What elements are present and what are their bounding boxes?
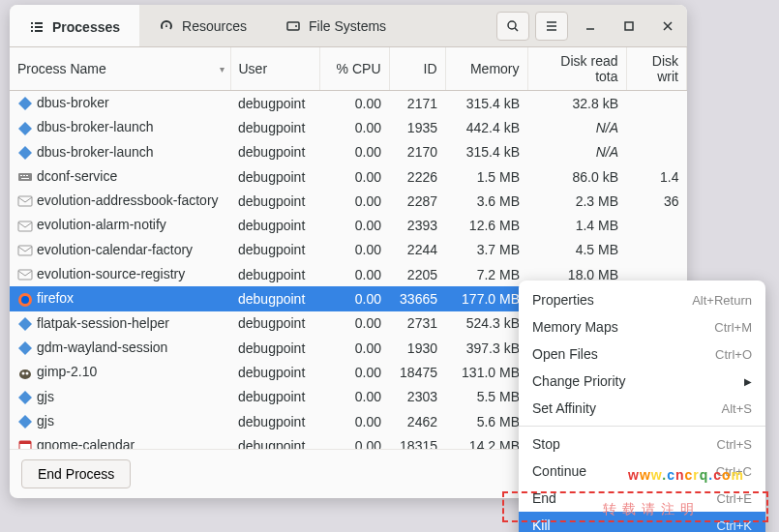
diamond-icon bbox=[17, 121, 33, 136]
svg-point-16 bbox=[22, 371, 25, 374]
svg-rect-4 bbox=[18, 173, 32, 181]
table-row[interactable]: evolution-alarm-notifydebugpoint0.002393… bbox=[10, 213, 687, 237]
cell-memory: 131.0 MB bbox=[445, 360, 527, 384]
col-disk-write[interactable]: Disk writ bbox=[626, 47, 687, 91]
cell-cpu: 0.00 bbox=[319, 213, 389, 237]
col-process-name[interactable]: Process Name▾ bbox=[10, 47, 230, 91]
cell-cpu: 0.00 bbox=[319, 238, 389, 262]
tab-processes[interactable]: Processes bbox=[10, 5, 139, 46]
cell-name: gimp-2.10 bbox=[10, 360, 230, 384]
cell-id: 2171 bbox=[389, 91, 445, 116]
diamond-icon bbox=[17, 414, 33, 429]
cell-memory: 3.6 MB bbox=[445, 189, 527, 213]
tab-resources[interactable]: Resources bbox=[139, 5, 266, 46]
cell-memory: 442.4 kB bbox=[445, 115, 527, 139]
cell-memory: 14.2 MB bbox=[445, 433, 527, 449]
cell-user: debugpoint bbox=[230, 91, 319, 116]
svg-point-15 bbox=[19, 369, 31, 379]
cell-memory: 177.0 MB bbox=[445, 286, 527, 310]
watermark-text-2: 转载请注明 bbox=[603, 501, 700, 518]
cell-user: debugpoint bbox=[230, 311, 319, 336]
diamond-icon bbox=[17, 390, 33, 405]
search-button[interactable] bbox=[496, 12, 529, 41]
cell-name: gjs bbox=[10, 385, 230, 409]
cell-cpu: 0.00 bbox=[319, 360, 389, 384]
cell-name: dbus-broker-launch bbox=[10, 115, 230, 139]
cell-disk-read: N/A bbox=[527, 140, 626, 164]
col-memory[interactable]: Memory bbox=[445, 47, 527, 91]
table-row[interactable]: evolution-addressbook-factorydebugpoint0… bbox=[10, 189, 687, 213]
svg-rect-0 bbox=[287, 22, 299, 30]
cell-name: gdm-wayland-session bbox=[10, 336, 230, 360]
cell-user: debugpoint bbox=[230, 360, 319, 384]
svg-rect-8 bbox=[21, 178, 29, 179]
svg-point-14 bbox=[21, 296, 29, 304]
disk-icon bbox=[285, 18, 301, 34]
col-disk-read[interactable]: Disk read tota bbox=[527, 47, 626, 91]
cell-cpu: 0.00 bbox=[319, 311, 389, 336]
cell-user: debugpoint bbox=[230, 115, 319, 139]
col-user[interactable]: User bbox=[230, 47, 319, 91]
cell-memory: 5.6 MB bbox=[445, 409, 527, 433]
menu-properties[interactable]: PropertiesAlt+Return bbox=[519, 286, 765, 313]
table-row[interactable]: dconf-servicedebugpoint0.0022261.5 MB86.… bbox=[10, 164, 687, 189]
cell-user: debugpoint bbox=[230, 409, 319, 433]
cell-name: gnome-calendar bbox=[10, 433, 230, 449]
menu-memory-maps[interactable]: Memory MapsCtrl+M bbox=[519, 313, 765, 340]
cell-id: 2226 bbox=[389, 164, 445, 189]
maximize-button[interactable] bbox=[613, 12, 645, 41]
cell-cpu: 0.00 bbox=[319, 115, 389, 139]
svg-rect-6 bbox=[23, 175, 25, 176]
svg-rect-19 bbox=[19, 441, 31, 444]
menu-open-files[interactable]: Open FilesCtrl+O bbox=[519, 340, 765, 368]
menu-stop[interactable]: StopCtrl+S bbox=[519, 430, 765, 458]
cell-cpu: 0.00 bbox=[319, 336, 389, 360]
menu-set-affinity[interactable]: Set AffinityAlt+S bbox=[519, 395, 765, 422]
cell-name: firefox bbox=[10, 286, 230, 310]
menu-change-priority[interactable]: Change Priority▶ bbox=[519, 368, 765, 395]
col-cpu[interactable]: % CPU bbox=[319, 47, 389, 91]
tab-label: Resources bbox=[182, 18, 247, 34]
tab-label: Processes bbox=[52, 19, 120, 35]
end-process-button[interactable]: End Process bbox=[21, 459, 131, 488]
chevron-right-icon: ▶ bbox=[744, 376, 752, 387]
cell-cpu: 0.00 bbox=[319, 164, 389, 189]
cell-disk-read: 2.3 MB bbox=[527, 189, 626, 213]
cell-name: evolution-alarm-notify bbox=[10, 213, 230, 237]
cell-id: 1930 bbox=[389, 336, 445, 360]
menu-button[interactable] bbox=[535, 12, 568, 41]
col-id[interactable]: ID bbox=[389, 47, 445, 91]
cell-disk-write bbox=[626, 91, 687, 116]
table-row[interactable]: dbus-brokerdebugpoint0.002171315.4 kB32.… bbox=[10, 91, 687, 116]
titlebar: Processes Resources File Systems bbox=[10, 5, 687, 47]
list-icon bbox=[29, 19, 45, 35]
minimize-button[interactable] bbox=[574, 12, 607, 41]
cell-name: dconf-service bbox=[10, 164, 230, 189]
cell-cpu: 0.00 bbox=[319, 409, 389, 433]
diamond-icon bbox=[17, 96, 33, 111]
cell-id: 33665 bbox=[389, 286, 445, 310]
cell-id: 2205 bbox=[389, 262, 445, 286]
cell-disk-write bbox=[626, 115, 687, 139]
close-button[interactable] bbox=[651, 12, 684, 41]
svg-point-17 bbox=[26, 371, 29, 374]
table-row[interactable]: dbus-broker-launchdebugpoint0.002170315.… bbox=[10, 140, 687, 164]
tab-filesystems[interactable]: File Systems bbox=[266, 5, 405, 46]
minimize-icon bbox=[584, 20, 596, 32]
cell-cpu: 0.00 bbox=[319, 140, 389, 164]
cell-name: dbus-broker bbox=[10, 91, 230, 116]
table-row[interactable]: evolution-calendar-factorydebugpoint0.00… bbox=[10, 238, 687, 262]
svg-rect-5 bbox=[20, 175, 22, 176]
cell-disk-write: 36 bbox=[626, 189, 687, 213]
svg-rect-7 bbox=[26, 175, 28, 176]
cell-id: 2244 bbox=[389, 238, 445, 262]
cell-memory: 397.3 kB bbox=[445, 336, 527, 360]
cell-user: debugpoint bbox=[230, 262, 319, 286]
table-row[interactable]: dbus-broker-launchdebugpoint0.001935442.… bbox=[10, 115, 687, 139]
close-icon bbox=[662, 20, 674, 32]
cell-disk-read: 4.5 MB bbox=[527, 238, 626, 262]
cell-name: evolution-addressbook-factory bbox=[10, 189, 230, 213]
envelope-icon bbox=[17, 267, 33, 282]
cell-memory: 12.6 MB bbox=[445, 213, 527, 237]
diamond-icon bbox=[17, 340, 33, 356]
